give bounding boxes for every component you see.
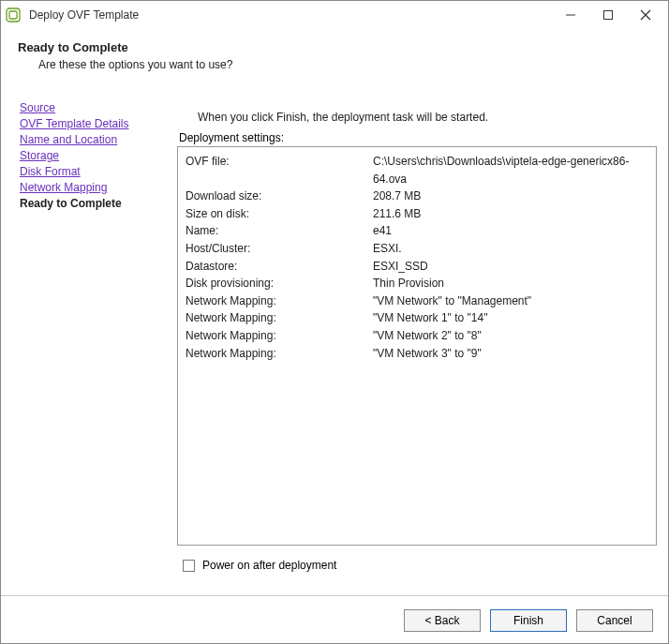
row-value: "VM Network 3" to "9" (373, 345, 648, 363)
finish-button[interactable]: Finish (490, 609, 567, 632)
row-key: Network Mapping: (186, 345, 373, 363)
nav-link-source[interactable]: Source (20, 101, 173, 114)
row-value: "VM Network 2" to "8" (373, 327, 648, 345)
row-value: Thin Provision (373, 275, 648, 292)
row-value: 208.7 MB (373, 187, 648, 205)
close-button[interactable] (627, 2, 664, 28)
row-value: 211.6 MB (373, 205, 648, 223)
group-label: Deployment settings: (179, 131, 657, 144)
nav-link-disk-format[interactable]: Disk Format (20, 165, 173, 178)
row-netmap-1: Network Mapping:"VM Network 1" to "14" (186, 309, 648, 327)
row-value: C:\Users\chris\Downloads\viptela-edge-ge… (373, 153, 648, 187)
titlebar: Deploy OVF Template (1, 1, 668, 29)
power-on-row: Power on after deployment (183, 559, 657, 572)
nav-link-ovf-details[interactable]: OVF Template Details (20, 117, 173, 130)
row-datastore: Datastore:ESXI_SSD (186, 258, 648, 276)
row-host-cluster: Host/Cluster:ESXI. (186, 240, 648, 258)
row-name: Name:e41 (186, 222, 648, 240)
svg-rect-1 (9, 11, 17, 19)
nav-link-network-mapping[interactable]: Network Mapping (20, 181, 173, 194)
button-row: < Back Finish Cancel (404, 609, 653, 632)
row-value: ESXI. (373, 240, 648, 258)
row-key: Network Mapping: (186, 327, 373, 345)
content-col: When you click Finish, the deployment ta… (177, 101, 657, 572)
row-key: Disk provisioning: (186, 275, 373, 292)
nav-current: Ready to Complete (20, 197, 173, 210)
row-key: OVF file: (186, 153, 373, 187)
footer-divider (1, 595, 668, 596)
vsphere-icon (5, 7, 22, 23)
row-key: Datastore: (186, 258, 373, 276)
maximize-button[interactable] (589, 2, 627, 28)
back-button[interactable]: < Back (404, 609, 481, 632)
row-disk-provisioning: Disk provisioning:Thin Provision (186, 275, 648, 292)
row-key: Network Mapping: (186, 309, 373, 327)
row-key: Size on disk: (186, 205, 373, 223)
row-netmap-2: Network Mapping:"VM Network 2" to "8" (186, 327, 648, 345)
row-netmap-3: Network Mapping:"VM Network 3" to "9" (186, 345, 648, 363)
svg-rect-0 (7, 8, 20, 22)
page-title: Ready to Complete (18, 40, 651, 54)
power-on-label: Power on after deployment (202, 559, 336, 572)
row-download-size: Download size:208.7 MB (186, 187, 648, 205)
power-on-checkbox[interactable] (183, 560, 195, 572)
row-key: Name: (186, 222, 373, 240)
heading-block: Ready to Complete Are these the options … (1, 29, 668, 77)
row-ovf-file: OVF file:C:\Users\chris\Downloads\viptel… (186, 153, 648, 187)
row-key: Host/Cluster: (186, 240, 373, 258)
row-value: "VM Network" to "Management" (373, 292, 648, 310)
main-row: Source OVF Template Details Name and Loc… (1, 101, 668, 572)
row-key: Download size: (186, 187, 373, 205)
intro-text: When you click Finish, the deployment ta… (198, 111, 657, 124)
cancel-button[interactable]: Cancel (576, 609, 653, 632)
row-value: e41 (373, 222, 648, 240)
settings-box: OVF file:C:\Users\chris\Downloads\viptel… (177, 146, 657, 546)
minimize-button[interactable] (552, 2, 589, 28)
row-value: "VM Network 1" to "14" (373, 309, 648, 327)
svg-rect-3 (604, 11, 613, 20)
row-key: Network Mapping: (186, 292, 373, 310)
nav-link-storage[interactable]: Storage (20, 149, 173, 162)
row-value: ESXI_SSD (373, 258, 648, 276)
nav-link-name-location[interactable]: Name and Location (20, 133, 173, 146)
row-netmap-0: Network Mapping:"VM Network" to "Managem… (186, 292, 648, 310)
wizard-nav: Source OVF Template Details Name and Loc… (12, 101, 177, 572)
row-size-on-disk: Size on disk:211.6 MB (186, 205, 648, 223)
page-subtitle: Are these the options you want to use? (38, 58, 651, 71)
window-title: Deploy OVF Template (29, 8, 552, 22)
